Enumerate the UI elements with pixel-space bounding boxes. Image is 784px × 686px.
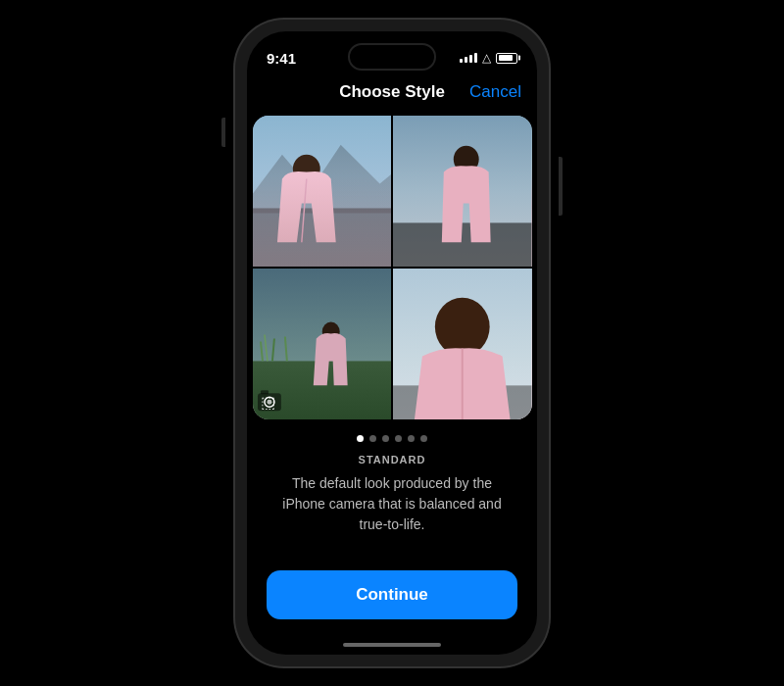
svg-rect-0 (253, 116, 392, 267)
status-icons: △ (460, 51, 517, 65)
photo-cell-3 (253, 269, 392, 419)
svg-rect-5 (393, 222, 532, 267)
continue-button[interactable]: Continue (267, 570, 517, 619)
svg-rect-15 (260, 390, 268, 394)
style-description: The default look produced by the iPhone … (247, 473, 537, 535)
svg-rect-2 (253, 208, 392, 267)
bottom-area: Continue (247, 563, 537, 635)
dot-6 (420, 435, 427, 442)
photo-grid-container (253, 116, 532, 419)
scroll-content[interactable]: STANDARD The default look produced by th… (247, 112, 537, 563)
style-name: STANDARD (359, 454, 426, 466)
dot-2 (369, 435, 376, 442)
svg-point-17 (267, 400, 271, 405)
phone-screen: 9:41 △ Choose Style Cancel (247, 31, 537, 655)
continue-label: Continue (356, 585, 428, 605)
svg-point-20 (435, 298, 490, 357)
dot-5 (408, 435, 415, 442)
pagination-dots (357, 435, 427, 442)
home-indicator-area (247, 635, 537, 655)
photo-cell-2 (393, 116, 532, 267)
dynamic-island (348, 43, 436, 71)
battery-icon (496, 53, 517, 64)
svg-rect-14 (257, 393, 280, 411)
phone-frame: 9:41 △ Choose Style Cancel (235, 20, 549, 666)
phone-side-left (221, 118, 225, 147)
signal-icon (460, 53, 477, 63)
photo-cell-4 (393, 269, 532, 419)
svg-point-3 (292, 155, 319, 184)
cancel-button[interactable]: Cancel (469, 82, 521, 102)
wifi-icon: △ (482, 51, 491, 65)
phone-side-right (559, 157, 563, 216)
nav-bar: Choose Style Cancel (247, 78, 537, 112)
photo-cell-1 (253, 116, 392, 267)
dot-4 (395, 435, 402, 442)
dot-1 (357, 435, 364, 442)
dot-3 (382, 435, 389, 442)
svg-point-16 (264, 397, 273, 407)
status-time: 9:41 (267, 50, 296, 67)
photo-grid (253, 116, 532, 419)
page-title: Choose Style (339, 82, 445, 102)
home-bar (343, 643, 441, 647)
